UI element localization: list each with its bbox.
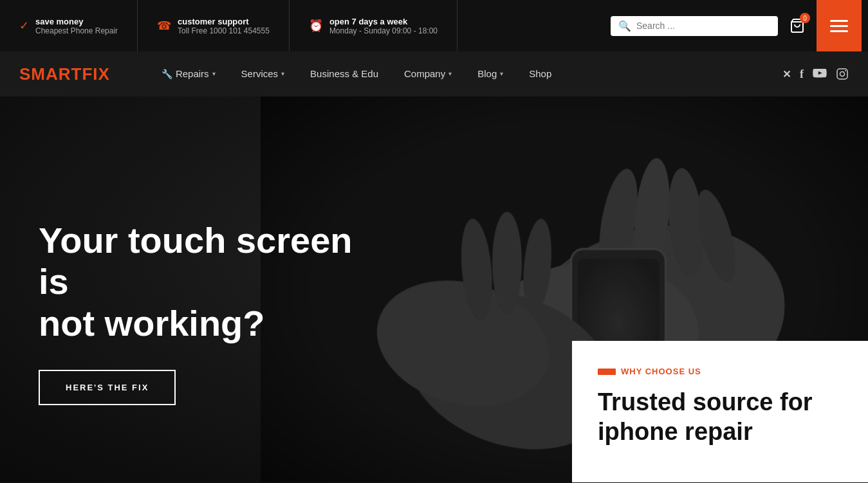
topbar-hours-text: open 7 days a week Monday - Sunday 09:00… xyxy=(329,17,438,35)
nav-item-repairs: 🔧 Repairs ▾ xyxy=(149,51,228,96)
nav-item-blog: Blog ▾ xyxy=(465,51,516,96)
cart-badge: 0 xyxy=(800,13,810,23)
nav-label-blog: Blog xyxy=(477,51,497,96)
hero-content: Your touch screen is not working? HERE'S… xyxy=(39,220,360,405)
nav-link-services[interactable]: Services ▾ xyxy=(228,51,298,96)
nav-label-services: Services xyxy=(241,51,279,96)
nav-social: ✕ f xyxy=(782,68,849,81)
nav-link-business[interactable]: Business & Edu xyxy=(297,51,391,96)
why-tag: WHY CHOOSE US xyxy=(598,367,842,376)
svg-point-2 xyxy=(840,72,845,77)
svg-point-3 xyxy=(845,70,846,71)
topbar-save-money: ✓ save money Cheapest Phone Repair xyxy=(0,0,138,51)
hero-heading: Your touch screen is not working? xyxy=(39,220,360,344)
why-heading: Trusted source for iphone repair xyxy=(598,388,842,446)
dropdown-arrow-blog: ▾ xyxy=(500,51,503,96)
social-facebook[interactable]: f xyxy=(800,68,804,81)
nav-item-company: Company ▾ xyxy=(391,51,465,96)
social-youtube[interactable] xyxy=(813,69,827,79)
why-choose-card: WHY CHOOSE US Trusted source for iphone … xyxy=(572,341,868,482)
topbar-save-money-text: save money Cheapest Phone Repair xyxy=(35,17,118,35)
hero-heading-line2: not working? xyxy=(39,303,265,343)
nav-label-shop: Shop xyxy=(529,51,551,96)
nav-links: 🔧 Repairs ▾ Services ▾ Business & Edu Co… xyxy=(149,51,564,96)
search-icon: 🔍 xyxy=(618,20,631,32)
hero-cta-button[interactable]: HERE'S THE FIX xyxy=(39,370,176,405)
nav-label-business: Business & Edu xyxy=(310,51,378,96)
logo-accent: FIX xyxy=(82,64,109,84)
nav-label-company: Company xyxy=(404,51,445,96)
nav-link-blog[interactable]: Blog ▾ xyxy=(465,51,516,96)
topbar-customer-support: ☎ customer support Toll Free 1000 101 45… xyxy=(138,0,290,51)
hero-section: Your touch screen is not working? HERE'S… xyxy=(0,96,868,482)
checkmark-icon: ✓ xyxy=(19,19,29,33)
hamburger-line-3 xyxy=(830,30,848,32)
topbar-open-hours: ⏰ open 7 days a week Monday - Sunday 09:… xyxy=(290,0,457,51)
social-instagram[interactable] xyxy=(836,68,849,80)
nav-item-shop: Shop xyxy=(516,51,564,96)
nav-link-shop[interactable]: Shop xyxy=(516,51,564,96)
search-box[interactable]: 🔍 xyxy=(611,16,778,36)
why-tag-bar xyxy=(598,369,616,375)
social-twitter[interactable]: ✕ xyxy=(782,68,791,80)
topbar-save-money-title: save money xyxy=(35,17,118,26)
site-logo[interactable]: SMARTFIX xyxy=(19,64,110,84)
dropdown-arrow-company: ▾ xyxy=(448,51,452,96)
search-input[interactable] xyxy=(636,21,770,31)
logo-text: SMART xyxy=(19,64,82,84)
dropdown-arrow-repairs: ▾ xyxy=(212,51,216,96)
dropdown-arrow-services: ▾ xyxy=(281,51,284,96)
hero-heading-line1: Your touch screen is xyxy=(39,220,353,302)
navbar: SMARTFIX 🔧 Repairs ▾ Services ▾ Business… xyxy=(0,51,868,96)
nav-label-repairs: Repairs xyxy=(176,51,209,96)
why-tag-text: WHY CHOOSE US xyxy=(621,367,701,376)
nav-link-company[interactable]: Company ▾ xyxy=(391,51,465,96)
clock-icon: ⏰ xyxy=(309,19,323,33)
topbar-hours-subtitle: Monday - Sunday 09:00 - 18:00 xyxy=(329,26,438,35)
hamburger-line-1 xyxy=(830,20,848,22)
topbar-save-money-subtitle: Cheapest Phone Repair xyxy=(35,26,118,35)
topbar-support-title: customer support xyxy=(178,17,270,26)
nav-item-business: Business & Edu xyxy=(297,51,391,96)
topbar-support-text: customer support Toll Free 1000 101 4545… xyxy=(178,17,270,35)
hamburger-button[interactable] xyxy=(817,0,862,51)
topbar-right: 🔍 0 xyxy=(611,0,868,51)
topbar-hours-title: open 7 days a week xyxy=(329,17,438,26)
nav-item-services: Services ▾ xyxy=(228,51,298,96)
why-heading-line2: iphone repair xyxy=(598,418,753,445)
nav-link-repairs[interactable]: 🔧 Repairs ▾ xyxy=(149,51,228,96)
top-bar: ✓ save money Cheapest Phone Repair ☎ cus… xyxy=(0,0,868,51)
topbar-support-subtitle: Toll Free 1000 101 454555 xyxy=(178,26,270,35)
why-heading-line1: Trusted source for xyxy=(598,388,813,415)
cart-button[interactable]: 0 xyxy=(784,13,810,39)
wrench-icon: 🔧 xyxy=(162,51,172,96)
hamburger-line-2 xyxy=(830,25,848,27)
phone-icon: ☎ xyxy=(157,19,171,33)
